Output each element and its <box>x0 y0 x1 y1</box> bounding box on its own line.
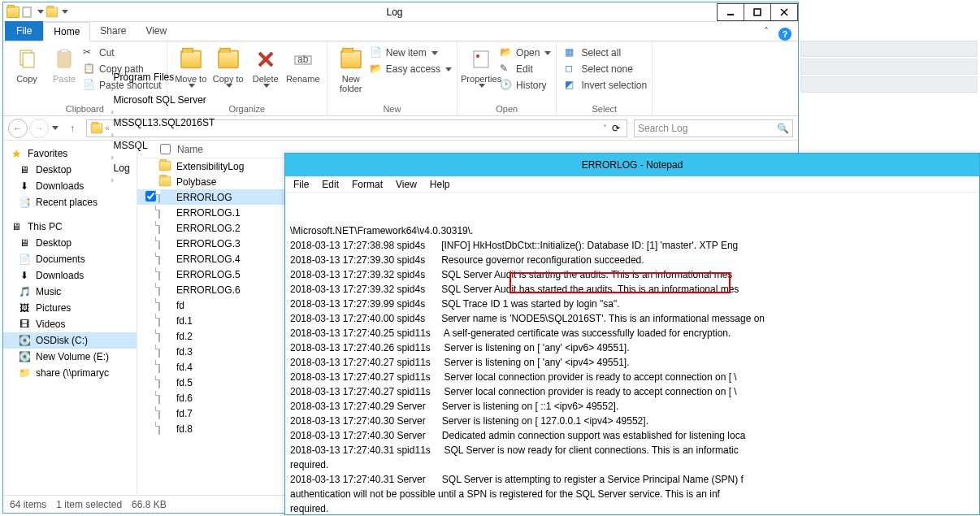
invert-selection-button[interactable]: ◩Invert selection <box>565 79 647 92</box>
breadcrumb-segment[interactable]: Microsoft SQL Server <box>111 94 218 106</box>
qat-caret-icon[interactable] <box>62 10 68 14</box>
nav-item[interactable]: 📁share (\\primaryc <box>3 365 137 381</box>
select-all-button[interactable]: ▦Select all <box>565 46 647 59</box>
open-button[interactable]: 📂Open <box>500 46 551 59</box>
up-button[interactable]: ↑ <box>63 119 81 137</box>
notepad-menu: File Edit Format View Help <box>285 176 979 193</box>
delete-button[interactable]: Delete <box>247 45 284 88</box>
new-folder-button[interactable]: New folder <box>332 45 370 93</box>
minimize-button[interactable] <box>717 3 744 21</box>
refresh-button[interactable]: ⟳ <box>609 123 623 134</box>
menu-format[interactable]: Format <box>347 178 388 191</box>
maximize-button[interactable] <box>744 3 771 21</box>
properties-button[interactable]: Properties <box>462 45 500 88</box>
notepad-title[interactable]: ERRORLOG - Notepad <box>285 154 979 176</box>
ribbon-tabs: File Home Share View ˄ ? <box>3 22 798 41</box>
group-label-select: Select <box>557 104 652 115</box>
qat-dropdown-icon[interactable] <box>37 10 44 14</box>
address-folder-icon <box>91 123 102 133</box>
nav-item[interactable]: 💽OSDisk (C:) <box>3 332 137 349</box>
app-icon <box>7 7 20 18</box>
nav-item[interactable]: 📄Documents <box>3 251 137 267</box>
new-item-button[interactable]: 📄New item <box>370 46 452 59</box>
search-input[interactable]: Search Log 🔍 <box>634 119 793 137</box>
nav-item[interactable]: 🖼Pictures <box>3 300 137 316</box>
edit-button[interactable]: ✎Edit <box>500 63 551 76</box>
menu-help[interactable]: Help <box>425 178 455 191</box>
svg-text:ab: ab <box>297 54 309 65</box>
history-button[interactable]: 🕑History <box>500 79 551 92</box>
help-icon[interactable]: ? <box>778 28 791 41</box>
rename-button[interactable]: abRename <box>284 45 322 84</box>
status-size: 66.8 KB <box>132 499 167 510</box>
titlebar[interactable]: Log <box>3 2 798 22</box>
nav-item[interactable]: 🎵Music <box>3 284 137 300</box>
nav-pane[interactable]: ★Favorites 🖥Desktop⬇Downloads📑Recent pla… <box>3 141 137 495</box>
address-dropdown-icon[interactable]: ˅ <box>603 124 607 132</box>
group-label-new: New <box>327 104 457 115</box>
qat-newfolder-icon[interactable] <box>46 7 58 17</box>
notepad-window: ERRORLOG - Notepad File Edit Format View… <box>284 153 980 515</box>
menu-file[interactable]: File <box>288 178 314 191</box>
address-bar[interactable]: « Program Files›Microsoft SQL Server›MSS… <box>86 119 627 137</box>
back-button[interactable]: ← <box>8 119 28 138</box>
search-icon: 🔍 <box>777 123 789 134</box>
qat-properties-icon[interactable] <box>21 6 34 19</box>
tab-file[interactable]: File <box>5 21 43 41</box>
status-selected: 1 item selected <box>56 499 122 510</box>
svg-point-14 <box>476 54 479 58</box>
tab-home[interactable]: Home <box>43 22 90 41</box>
menu-edit[interactable]: Edit <box>317 178 344 191</box>
svg-rect-8 <box>61 50 67 53</box>
svg-rect-6 <box>23 53 34 67</box>
nav-item[interactable]: 🖥Desktop <box>3 162 137 178</box>
status-count: 64 items <box>10 499 46 510</box>
nav-item[interactable]: 💽New Volume (E:) <box>3 349 137 365</box>
cut-button[interactable]: ✂Cut <box>83 46 162 59</box>
tab-share[interactable]: Share <box>90 21 136 41</box>
nav-this-pc[interactable]: 🖥This PC <box>3 219 137 235</box>
nav-item[interactable]: ⬇Downloads <box>3 267 137 284</box>
breadcrumb-segment[interactable]: MSSQL13.SQL2016ST <box>111 117 218 128</box>
history-dropdown-icon[interactable] <box>52 126 59 130</box>
svg-rect-0 <box>23 7 31 17</box>
paste-button[interactable]: Paste <box>46 45 83 84</box>
nav-item[interactable]: 📑Recent places <box>3 194 137 210</box>
window-title: Log <box>72 7 718 18</box>
easy-access-button[interactable]: 📂Easy access <box>370 63 452 76</box>
close-button[interactable] <box>770 3 798 21</box>
background-rows <box>800 41 978 98</box>
forward-button[interactable]: → <box>29 119 49 138</box>
svg-rect-2 <box>754 9 761 15</box>
svg-rect-13 <box>474 51 488 67</box>
nav-item[interactable]: 🖥Desktop <box>3 235 137 251</box>
svg-rect-7 <box>58 51 71 67</box>
nav-item[interactable]: ⬇Downloads <box>3 178 137 194</box>
menu-view[interactable]: View <box>391 178 422 191</box>
notepad-text[interactable]: \Microsoft.NET\Framework64\v4.0.30319\. … <box>285 193 979 516</box>
ribbon-collapse-button[interactable]: ˄ <box>757 23 775 41</box>
copy-button[interactable]: Copy <box>8 45 46 84</box>
group-label-open: Open <box>457 104 556 115</box>
nav-item[interactable]: 🎞Videos <box>3 316 137 332</box>
breadcrumb-segment[interactable]: Program Files <box>111 72 218 83</box>
tab-view[interactable]: View <box>136 21 176 41</box>
select-none-button[interactable]: ◻Select none <box>565 63 647 76</box>
nav-favorites[interactable]: ★Favorites <box>3 145 137 162</box>
address-bar-row: ← → ↑ « Program Files›Microsoft SQL Serv… <box>3 116 798 141</box>
